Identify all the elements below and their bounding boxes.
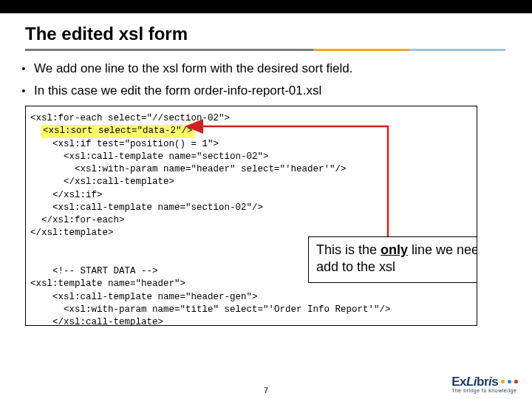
list-item: • In this case we edit the form order-in…	[13, 83, 532, 98]
list-item: • We add one line to the xsl form with t…	[13, 61, 532, 76]
code-line: <xsl:with-param name="header" select="'h…	[30, 163, 474, 176]
code-line: <xsl:call-template name="section-02"/>	[30, 202, 474, 214]
logo-dot-icon	[508, 380, 511, 383]
code-line: <xsl:if test="position() = 1">	[30, 138, 474, 151]
title-underline	[25, 49, 505, 51]
callout-box: This is the only line we need to add to …	[308, 236, 477, 283]
bullet-icon: •	[13, 85, 34, 97]
code-line: <xsl:for-each select="//section-02">	[30, 112, 474, 125]
logo-dot-icon	[514, 380, 518, 383]
callout-prefix: This is the	[316, 242, 381, 257]
code-line: <xsl:call-template name="header-gen">	[30, 291, 474, 304]
code-block: <xsl:for-each select="//section-02"> <xs…	[25, 106, 477, 326]
bullet-text: We add one line to the xsl form with the…	[34, 61, 353, 76]
callout-bold: only	[381, 242, 408, 257]
code-line: <xsl:with-param name="title" select="'Or…	[30, 304, 474, 316]
code-line: </xsl:call-template>	[30, 176, 474, 188]
slide-title: The edited xsl form	[25, 24, 532, 44]
code-line: <xsl:sort select="data-2"/>	[30, 125, 474, 137]
brand-name: ExLibris	[451, 375, 519, 389]
bullet-list: • We add one line to the xsl form with t…	[13, 61, 532, 98]
bullet-text: In this case we edit the form order-info…	[34, 83, 321, 98]
code-line: </xsl:if>	[30, 189, 474, 202]
brand-tagline: The bridge to knowledge	[451, 388, 519, 393]
code-line: </xsl:for-each>	[30, 214, 474, 227]
code-line: </xsl:call-template>	[30, 316, 474, 326]
bullet-icon: •	[13, 63, 34, 75]
top-black-bar	[0, 0, 532, 13]
brand-logo: ExLibris The bridge to knowledge	[451, 375, 519, 393]
code-line: <xsl:call-template name="section-02">	[30, 151, 474, 163]
logo-dot-icon	[501, 380, 505, 383]
